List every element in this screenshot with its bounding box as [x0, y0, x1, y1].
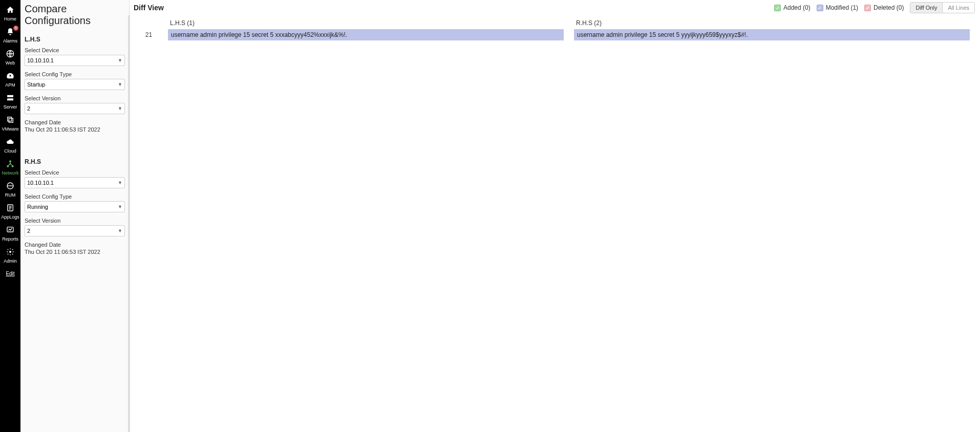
- rhs-device-label: Select Device: [25, 169, 125, 176]
- diff-title: Diff View: [134, 4, 164, 12]
- select-value: Running: [27, 204, 48, 210]
- nav-reports[interactable]: Reports: [0, 223, 20, 245]
- nav-alarms[interactable]: 5 Alarms: [0, 25, 20, 47]
- diff-lhs-cell: username admin privilege 15 secret 5 xxx…: [168, 29, 564, 40]
- nav-vmware[interactable]: VMware: [0, 113, 20, 135]
- svg-rect-2: [7, 98, 13, 100]
- svg-rect-4: [9, 118, 13, 122]
- rhs-col-header: R.H.S (2): [574, 19, 980, 27]
- select-value: Startup: [27, 81, 45, 88]
- lhs-device-select[interactable]: 10.10.10.1 ▼: [25, 55, 125, 66]
- diff-toggle: Diff Only All Lines: [910, 2, 975, 13]
- side-nav: Home 5 Alarms Web APM Server VMware Clou…: [0, 0, 20, 432]
- config-panel: Compare Configurations L.H.S Select Devi…: [20, 0, 130, 432]
- server-icon: [6, 94, 14, 103]
- nav-applogs[interactable]: AppLogs: [0, 201, 20, 223]
- alarms-badge: 5: [13, 26, 18, 31]
- lhs-version-label: Select Version: [25, 95, 125, 101]
- chevron-down-icon: ▼: [118, 204, 122, 209]
- rhs-type-label: Select Config Type: [25, 193, 125, 200]
- check-icon: ✓: [774, 5, 781, 11]
- rhs-heading: R.H.S: [25, 158, 125, 165]
- chevron-down-icon: ▼: [118, 58, 122, 63]
- logs-icon: [6, 204, 14, 213]
- rhs-version-select[interactable]: 2 ▼: [25, 225, 125, 236]
- nav-label: RUM: [5, 192, 16, 198]
- lhs-col-header: L.H.S (1): [168, 19, 574, 27]
- nav-label: Server: [4, 104, 17, 110]
- rhs-type-select[interactable]: Running ▼: [25, 201, 125, 212]
- globe2-icon: [6, 182, 14, 191]
- legend-added-label: Added (0): [783, 4, 811, 11]
- diff-column-headers: L.H.S (1) R.H.S (2): [130, 17, 980, 29]
- globe-icon: [6, 50, 14, 59]
- nav-label: Home: [4, 16, 16, 21]
- check-icon: ✓: [864, 5, 871, 11]
- select-value: 2: [27, 228, 30, 234]
- svg-rect-3: [8, 117, 12, 121]
- page-title: Compare Configurations: [25, 3, 125, 31]
- legend-modified-label: Modified (1): [826, 4, 858, 11]
- nav-admin[interactable]: Admin: [0, 245, 20, 267]
- lhs-heading: L.H.S: [25, 36, 125, 43]
- lhs-type-label: Select Config Type: [25, 71, 125, 77]
- svg-rect-1: [7, 95, 13, 97]
- svg-point-7: [9, 160, 11, 162]
- rhs-changed-value: Thu Oct 20 11:06:53 IST 2022: [25, 249, 125, 255]
- panel-resize-handle[interactable]: [128, 15, 130, 432]
- select-value: 2: [27, 105, 30, 112]
- lhs-version-select[interactable]: 2 ▼: [25, 103, 125, 114]
- nav-label: Admin: [4, 258, 17, 264]
- diff-row: 21 username admin privilege 15 secret 5 …: [130, 29, 980, 40]
- network-icon: [6, 160, 14, 169]
- check-icon: ✓: [817, 5, 823, 11]
- nav-network[interactable]: Network: [0, 157, 20, 179]
- chevron-down-icon: ▼: [118, 82, 122, 87]
- legend-deleted-label: Deleted (0): [874, 4, 904, 11]
- gear-icon: [6, 248, 14, 257]
- legend-modified: ✓ Modified (1): [817, 4, 858, 11]
- rhs-changed-label: Changed Date: [25, 242, 125, 248]
- nav-edit-link[interactable]: Edit: [6, 271, 14, 276]
- diff-view: Diff View ✓ Added (0) ✓ Modified (1) ✓ D…: [130, 0, 980, 432]
- select-value: 10.10.10.1: [27, 57, 54, 63]
- lhs-device-label: Select Device: [25, 47, 125, 53]
- select-value: 10.10.10.1: [27, 180, 54, 186]
- toggle-diff-only[interactable]: Diff Only: [910, 3, 943, 13]
- legend-added: ✓ Added (0): [774, 4, 811, 11]
- line-col-header: [130, 19, 168, 27]
- cloud-icon: [6, 138, 14, 147]
- nav-apm[interactable]: APM: [0, 69, 20, 91]
- lhs-changed-value: Thu Oct 20 11:06:53 IST 2022: [25, 126, 125, 133]
- nav-label: Reports: [2, 236, 18, 242]
- lhs-type-select[interactable]: Startup ▼: [25, 79, 125, 90]
- toggle-all-lines[interactable]: All Lines: [943, 3, 974, 13]
- nav-label: Alarms: [3, 38, 17, 44]
- nav-label: AppLogs: [1, 214, 19, 220]
- legend-deleted: ✓ Deleted (0): [864, 4, 904, 11]
- chevron-down-icon: ▼: [118, 228, 122, 233]
- nav-label: APM: [5, 82, 15, 88]
- rhs-version-label: Select Version: [25, 218, 125, 224]
- stack-icon: [6, 116, 14, 125]
- diff-line-number: 21: [130, 29, 168, 40]
- nav-home[interactable]: Home: [0, 3, 20, 25]
- chevron-down-icon: ▼: [118, 106, 122, 111]
- nav-label: Network: [2, 170, 18, 176]
- nav-label: Web: [6, 60, 15, 66]
- home-icon: [6, 6, 14, 15]
- nav-label: VMware: [2, 126, 18, 132]
- nav-label: Cloud: [4, 148, 16, 154]
- svg-point-11: [9, 251, 11, 253]
- nav-cloud[interactable]: Cloud: [0, 135, 20, 157]
- lhs-changed-label: Changed Date: [25, 119, 125, 125]
- rhs-device-select[interactable]: 10.10.10.1 ▼: [25, 177, 125, 188]
- diff-header: Diff View ✓ Added (0) ✓ Modified (1) ✓ D…: [130, 0, 980, 17]
- nav-server[interactable]: Server: [0, 91, 20, 113]
- diff-legend: ✓ Added (0) ✓ Modified (1) ✓ Deleted (0)…: [774, 2, 975, 13]
- nav-rum[interactable]: RUM: [0, 179, 20, 201]
- diff-rhs-cell: username admin privilege 15 secret 5 yyy…: [574, 29, 970, 40]
- nav-web[interactable]: Web: [0, 47, 20, 69]
- gauge-icon: [6, 72, 14, 81]
- chevron-down-icon: ▼: [118, 180, 122, 185]
